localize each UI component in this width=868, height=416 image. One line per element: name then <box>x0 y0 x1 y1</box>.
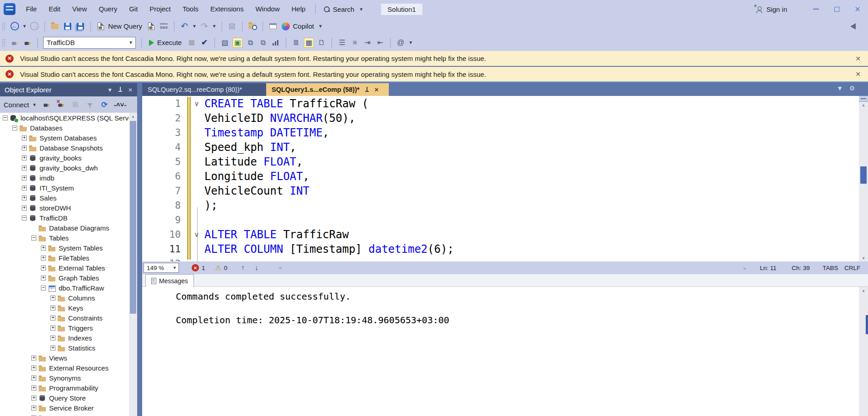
menu-item-help[interactable]: Help <box>286 3 312 15</box>
chevron-down-icon[interactable]: ▼ <box>31 102 38 107</box>
tree-expander[interactable]: + <box>31 406 36 411</box>
previous-error-arrow[interactable]: ↑ <box>241 264 244 272</box>
hscroll-right-arrow[interactable]: ► <box>743 265 748 271</box>
error-count[interactable]: 1 <box>202 265 205 271</box>
tree-expander[interactable]: + <box>31 396 36 401</box>
tree-expander[interactable]: + <box>22 185 27 190</box>
copilot-icon[interactable] <box>281 21 291 31</box>
results-to-text-button[interactable]: 🗎 <box>291 38 301 48</box>
tree-node-storedwh[interactable]: +storeDWH <box>0 203 137 213</box>
scroll-up-icon[interactable]: ▲ <box>129 114 137 119</box>
scroll-down-icon[interactable]: ▼ <box>859 256 868 261</box>
refresh-button[interactable]: ⟳ <box>99 100 109 110</box>
code-line[interactable]: 4Speed_kph INT, <box>142 140 868 155</box>
warning-count[interactable]: 0 <box>224 265 228 271</box>
tree-node-external-resources[interactable]: +External Resources <box>0 363 137 373</box>
scroll-up-icon[interactable]: ▲ <box>859 103 868 107</box>
tree-node-statistics[interactable]: +Statistics <box>0 343 137 353</box>
chevron-down-icon[interactable]: ▼ <box>191 24 198 29</box>
tab-list-dropdown-icon[interactable]: ▼ <box>837 85 843 92</box>
chevron-down-icon[interactable]: ▼ <box>211 24 218 29</box>
menu-item-window[interactable]: Window <box>249 3 285 15</box>
connect-dropdown[interactable]: Connect <box>4 101 29 109</box>
pin-icon[interactable] <box>118 87 123 93</box>
open-file-button[interactable] <box>50 21 60 31</box>
tree-expander[interactable]: + <box>41 266 46 271</box>
infobar-close-icon[interactable]: ✕ <box>855 70 861 78</box>
solution-name[interactable]: Solution1 <box>381 4 422 15</box>
close-icon[interactable]: ✕ <box>374 86 379 93</box>
window-layout-button[interactable] <box>268 21 278 31</box>
feedback-button[interactable] <box>848 21 858 31</box>
scrollbar-thumb[interactable] <box>860 166 867 184</box>
filter-icon[interactable] <box>85 100 95 110</box>
code-line[interactable]: 2VehicleID NVARCHAR(50), <box>142 111 868 125</box>
tree-expander[interactable]: + <box>41 256 46 261</box>
tree-expander[interactable]: + <box>50 296 55 301</box>
comment-button[interactable]: ☰ <box>337 38 347 48</box>
menu-item-edit[interactable]: Edit <box>43 3 66 15</box>
tree-node-iti-system[interactable]: +ITI_System <box>0 183 137 193</box>
menu-item-tools[interactable]: Tools <box>177 3 204 15</box>
tree-expander[interactable]: − <box>3 115 8 120</box>
new-query-button[interactable]: New Query <box>108 22 142 30</box>
activity-monitor-button[interactable]: ⊠ <box>227 21 237 31</box>
code-line[interactable]: 8); <box>142 198 868 213</box>
hscroll-left-arrow[interactable]: ◄ <box>277 265 282 271</box>
tree-node-st[interactable]: +St <box>0 413 137 416</box>
code-line[interactable]: 7VehicleCount INT <box>142 184 868 198</box>
find-in-files-button[interactable] <box>248 21 258 31</box>
editor-scrollbar[interactable]: ▲ ▼ <box>859 96 868 261</box>
tree-expander[interactable]: + <box>50 306 55 311</box>
fold-chevron-icon[interactable]: ∨ <box>191 227 202 242</box>
toolbar-grip[interactable] <box>2 39 5 47</box>
minimize-button[interactable] <box>805 1 826 17</box>
pin-icon[interactable] <box>365 87 369 93</box>
code-line[interactable]: 10∨ALTER TABLE TrafficRaw <box>142 227 868 242</box>
warning-count-icon[interactable]: ⚠ <box>215 264 221 272</box>
tree-expander[interactable]: + <box>22 195 27 200</box>
search-control[interactable]: Search ▼ <box>319 5 369 13</box>
error-count-icon[interactable]: ✕ <box>192 264 199 271</box>
code-line[interactable]: 1∨CREATE TABLE TrafficRaw ( <box>142 96 868 111</box>
tree-node-filetables[interactable]: +FileTables <box>0 253 137 263</box>
next-error-arrow[interactable]: ↓ <box>254 264 258 272</box>
tree-node-external-tables[interactable]: +External Tables <box>0 263 137 273</box>
tree-node-trafficdb[interactable]: −TrafficDB <box>0 213 137 223</box>
save-all-button[interactable] <box>75 21 85 31</box>
object-explorer-header[interactable]: Object Explorer ▼ ✕ <box>0 83 137 96</box>
specify-values-button[interactable]: @ <box>396 38 406 48</box>
menu-item-extensions[interactable]: Extensions <box>204 3 249 15</box>
cancel-query-button[interactable] <box>187 38 197 48</box>
new-query-icon[interactable] <box>96 21 106 31</box>
client-statistics-button[interactable] <box>271 38 281 48</box>
tree-node-tables[interactable]: −Tables <box>0 233 137 243</box>
tree-node-dbo-trafficraw[interactable]: −dbo.TrafficRaw <box>0 283 137 293</box>
navigate-back-button[interactable]: ← <box>10 21 20 31</box>
tree-node-system-databases[interactable]: +System Databases <box>0 133 137 143</box>
query-options-button[interactable]: ▣ <box>233 38 243 48</box>
tree-node-constraints[interactable]: +Constraints <box>0 313 137 323</box>
activity-monitor-icon[interactable]: -˄˅- <box>114 100 127 110</box>
connect-object-explorer-button[interactable] <box>41 100 51 110</box>
decrease-indent-button[interactable]: ⇤ <box>375 38 385 48</box>
tree-expander[interactable]: + <box>31 366 36 371</box>
results-to-file-button[interactable]: 🗋 <box>317 38 327 48</box>
tree-expander[interactable]: + <box>31 386 36 391</box>
scroll-up-icon[interactable]: ▲ <box>859 288 868 293</box>
change-connection-button[interactable] <box>22 38 32 48</box>
tree-expander[interactable]: + <box>41 276 46 281</box>
tree-expander[interactable]: + <box>22 145 27 150</box>
code-line[interactable]: 11ALTER COLUMN [Timestamp] datetime2(6); <box>142 242 868 256</box>
menu-item-project[interactable]: Project <box>144 3 177 15</box>
code-line[interactable]: 3Timestamp DATETIME, <box>142 125 868 140</box>
close-icon[interactable]: ✕ <box>128 87 133 93</box>
zoom-selector[interactable]: 149 % ▼ <box>144 263 179 273</box>
code-line[interactable]: 6Longitude FLOAT, <box>142 169 868 184</box>
code-line[interactable]: 5Latitude FLOAT, <box>142 155 868 169</box>
parse-button[interactable]: ✔ <box>199 38 209 48</box>
tab-options-gear-icon[interactable]: ⚙ <box>849 85 855 92</box>
undo-button[interactable]: ↶ <box>179 21 189 31</box>
intellisense-button[interactable]: ⧉ <box>245 38 255 48</box>
tree-node-system-tables[interactable]: +System Tables <box>0 243 137 253</box>
